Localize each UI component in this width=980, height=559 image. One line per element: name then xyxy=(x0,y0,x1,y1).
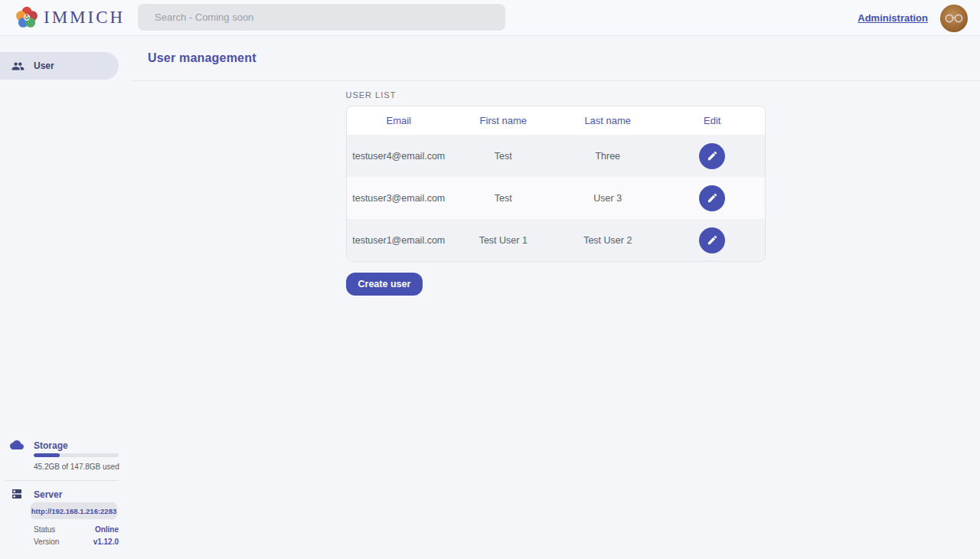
cell-email: testuser4@email.com xyxy=(347,151,452,162)
server-url-badge: http://192.168.1.216:2283 xyxy=(31,502,117,519)
page-title-bar: User management xyxy=(131,36,980,81)
pencil-icon xyxy=(707,234,718,246)
server-version-row: Version v1.12.0 xyxy=(34,538,119,546)
glasses-icon xyxy=(944,13,964,24)
edit-user-button[interactable] xyxy=(699,227,725,253)
main-content: USER LIST Email First name Last name Edi… xyxy=(131,81,980,559)
column-header-email: Email xyxy=(347,115,452,126)
immich-flower-icon xyxy=(15,6,38,29)
server-title: Server xyxy=(34,489,62,500)
page-title: User management xyxy=(148,51,256,65)
users-icon xyxy=(11,60,24,73)
cell-last-name: User 3 xyxy=(556,193,661,204)
app-logo: IMMICH xyxy=(15,6,125,29)
cell-first-name: Test xyxy=(451,151,556,162)
cell-email: testuser3@email.com xyxy=(347,193,452,204)
cell-email: testuser1@email.com xyxy=(347,235,452,246)
storage-usage-text: 45.2GB of 147.8GB used xyxy=(34,463,119,471)
user-table: Email First name Last name Edit testuser… xyxy=(346,106,766,262)
cell-first-name: Test User 1 xyxy=(451,235,556,246)
storage-progress-bar xyxy=(34,453,119,457)
status-value: Online xyxy=(95,525,119,534)
administration-link[interactable]: Administration xyxy=(858,12,928,24)
create-user-button[interactable]: Create user xyxy=(346,273,423,296)
status-label: Status xyxy=(34,525,55,534)
sidebar-divider xyxy=(5,480,119,481)
table-row: testuser3@email.com Test User 3 xyxy=(347,177,765,219)
pencil-icon xyxy=(707,192,718,204)
sidebar-item-user-label: User xyxy=(34,60,54,71)
edit-user-button[interactable] xyxy=(699,185,725,211)
pencil-icon xyxy=(707,150,718,162)
sidebar-item-user[interactable]: User xyxy=(0,52,119,80)
version-label: Version xyxy=(34,538,59,546)
server-status-row: Status Online xyxy=(34,525,119,534)
table-header-row: Email First name Last name Edit xyxy=(347,106,765,135)
edit-user-button[interactable] xyxy=(699,143,725,169)
table-row: testuser4@email.com Test Three xyxy=(347,135,765,177)
server-icon xyxy=(11,488,23,500)
top-header: IMMICH Administration xyxy=(0,0,980,36)
column-header-edit: Edit xyxy=(660,115,765,126)
app-title: IMMICH xyxy=(44,8,125,28)
table-row: testuser1@email.com Test User 1 Test Use… xyxy=(347,219,765,261)
column-header-first-name: First name xyxy=(451,115,556,126)
user-list-label: USER LIST xyxy=(346,90,766,100)
column-header-last-name: Last name xyxy=(556,115,661,126)
cell-first-name: Test xyxy=(451,193,556,204)
cell-last-name: Test User 2 xyxy=(556,235,661,246)
cell-last-name: Three xyxy=(556,151,661,162)
storage-progress-fill xyxy=(34,453,60,457)
search-input[interactable] xyxy=(138,4,505,31)
user-avatar[interactable] xyxy=(940,5,968,32)
version-value: v1.12.0 xyxy=(93,538,119,546)
cloud-icon xyxy=(10,440,24,450)
storage-title: Storage xyxy=(34,440,68,451)
